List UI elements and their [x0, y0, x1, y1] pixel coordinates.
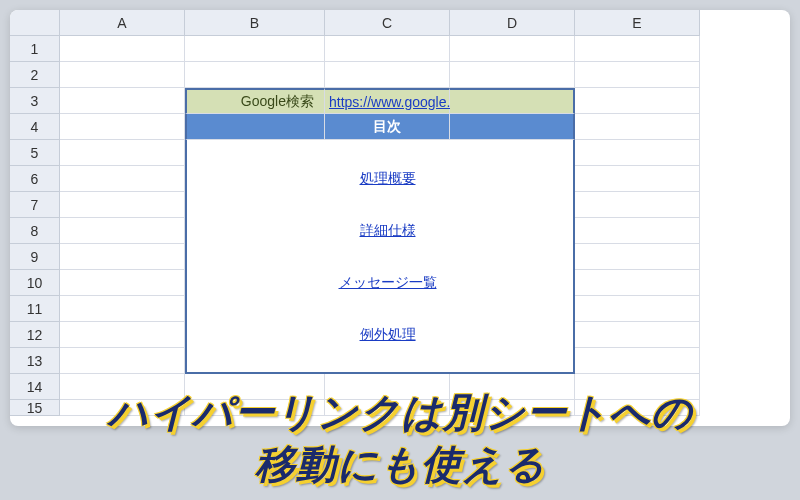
- cell-E9[interactable]: [575, 244, 700, 270]
- cell-E2[interactable]: [575, 62, 700, 88]
- row-header-3[interactable]: 3: [10, 88, 60, 114]
- row-header-8[interactable]: 8: [10, 218, 60, 244]
- cell-C4[interactable]: 目次: [325, 114, 450, 140]
- cell-A6[interactable]: [60, 166, 185, 192]
- cell-A11[interactable]: [60, 296, 185, 322]
- cell-C13[interactable]: [325, 348, 450, 374]
- cell-D9[interactable]: [450, 244, 575, 270]
- cell-C6[interactable]: 処理概要: [325, 166, 450, 192]
- cell-B12[interactable]: [185, 322, 325, 348]
- col-header-B[interactable]: B: [185, 10, 325, 36]
- overlay-caption: ハイパーリンクは別シートへの 移動にも使える: [0, 386, 800, 490]
- col-header-D[interactable]: D: [450, 10, 575, 36]
- cell-A13[interactable]: [60, 348, 185, 374]
- cell-D12[interactable]: [450, 322, 575, 348]
- cell-D13[interactable]: [450, 348, 575, 374]
- row-header-12[interactable]: 12: [10, 322, 60, 348]
- row-header-7[interactable]: 7: [10, 192, 60, 218]
- cell-C3[interactable]: https://www.google.co.jp/: [325, 88, 450, 114]
- cell-A8[interactable]: [60, 218, 185, 244]
- cell-E4[interactable]: [575, 114, 700, 140]
- spreadsheet-grid: A B C D E 1 2 3 Google検索 https://www.goo…: [10, 10, 790, 426]
- row-header-10[interactable]: 10: [10, 270, 60, 296]
- cell-D6[interactable]: [450, 166, 575, 192]
- cell-A1[interactable]: [60, 36, 185, 62]
- cell-A5[interactable]: [60, 140, 185, 166]
- cell-E6[interactable]: [575, 166, 700, 192]
- google-search-label: Google検索: [241, 93, 314, 111]
- overlay-line-2: 移動にも使える: [0, 438, 800, 490]
- cell-C10[interactable]: メッセージ一覧: [325, 270, 450, 296]
- toc-link-message-list[interactable]: メッセージ一覧: [339, 274, 437, 292]
- cell-B9[interactable]: [185, 244, 325, 270]
- overlay-line-1: ハイパーリンクは別シートへの: [0, 386, 800, 438]
- row-header-6[interactable]: 6: [10, 166, 60, 192]
- cell-C12[interactable]: 例外処理: [325, 322, 450, 348]
- cell-D2[interactable]: [450, 62, 575, 88]
- cell-D10[interactable]: [450, 270, 575, 296]
- cell-C2[interactable]: [325, 62, 450, 88]
- cell-C11[interactable]: [325, 296, 450, 322]
- cell-B8[interactable]: [185, 218, 325, 244]
- cell-E12[interactable]: [575, 322, 700, 348]
- row-header-9[interactable]: 9: [10, 244, 60, 270]
- cell-E7[interactable]: [575, 192, 700, 218]
- col-header-C[interactable]: C: [325, 10, 450, 36]
- cell-C7[interactable]: [325, 192, 450, 218]
- cell-D11[interactable]: [450, 296, 575, 322]
- cell-D4[interactable]: [450, 114, 575, 140]
- cell-D3[interactable]: [450, 88, 575, 114]
- cell-A2[interactable]: [60, 62, 185, 88]
- toc-link-detail-spec[interactable]: 詳細仕様: [360, 222, 416, 240]
- cell-B11[interactable]: [185, 296, 325, 322]
- cell-C8[interactable]: 詳細仕様: [325, 218, 450, 244]
- row-header-1[interactable]: 1: [10, 36, 60, 62]
- col-header-E[interactable]: E: [575, 10, 700, 36]
- cell-D5[interactable]: [450, 140, 575, 166]
- cell-B10[interactable]: [185, 270, 325, 296]
- row-header-5[interactable]: 5: [10, 140, 60, 166]
- col-header-A[interactable]: A: [60, 10, 185, 36]
- toc-heading: 目次: [373, 118, 401, 136]
- cell-A9[interactable]: [60, 244, 185, 270]
- cell-A3[interactable]: [60, 88, 185, 114]
- cell-E1[interactable]: [575, 36, 700, 62]
- cell-B2[interactable]: [185, 62, 325, 88]
- select-all-corner[interactable]: [10, 10, 60, 36]
- cell-E13[interactable]: [575, 348, 700, 374]
- cell-B3[interactable]: Google検索: [185, 88, 325, 114]
- cell-B7[interactable]: [185, 192, 325, 218]
- cell-B6[interactable]: [185, 166, 325, 192]
- row-header-11[interactable]: 11: [10, 296, 60, 322]
- cell-B1[interactable]: [185, 36, 325, 62]
- cell-D1[interactable]: [450, 36, 575, 62]
- toc-link-overview[interactable]: 処理概要: [360, 170, 416, 188]
- cell-B13[interactable]: [185, 348, 325, 374]
- cell-D8[interactable]: [450, 218, 575, 244]
- cell-A7[interactable]: [60, 192, 185, 218]
- row-header-4[interactable]: 4: [10, 114, 60, 140]
- cell-E3[interactable]: [575, 88, 700, 114]
- row-header-13[interactable]: 13: [10, 348, 60, 374]
- cell-E8[interactable]: [575, 218, 700, 244]
- cell-B4[interactable]: [185, 114, 325, 140]
- row-header-2[interactable]: 2: [10, 62, 60, 88]
- cell-B5[interactable]: [185, 140, 325, 166]
- cell-E10[interactable]: [575, 270, 700, 296]
- cell-A4[interactable]: [60, 114, 185, 140]
- toc-link-exception[interactable]: 例外処理: [360, 326, 416, 344]
- grid-container: A B C D E 1 2 3 Google検索 https://www.goo…: [10, 10, 790, 426]
- cell-C1[interactable]: [325, 36, 450, 62]
- cell-C9[interactable]: [325, 244, 450, 270]
- cell-D7[interactable]: [450, 192, 575, 218]
- cell-C5[interactable]: [325, 140, 450, 166]
- cell-E5[interactable]: [575, 140, 700, 166]
- cell-A10[interactable]: [60, 270, 185, 296]
- cell-A12[interactable]: [60, 322, 185, 348]
- cell-E11[interactable]: [575, 296, 700, 322]
